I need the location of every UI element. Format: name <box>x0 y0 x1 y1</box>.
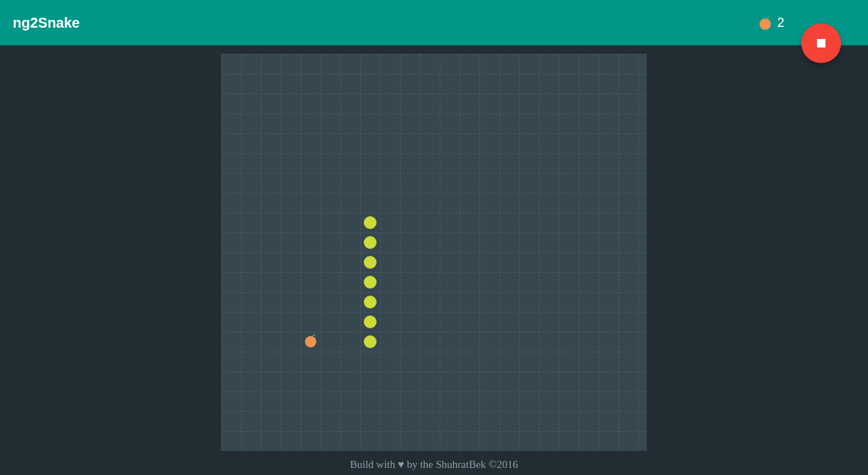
grid-line <box>221 74 647 74</box>
snake-segment <box>360 252 380 272</box>
snake-segment <box>360 332 380 352</box>
fruit-icon <box>757 15 773 30</box>
score-value: 2 <box>777 16 784 30</box>
grid-line <box>221 252 647 253</box>
svg-point-0 <box>760 18 771 30</box>
snake-segment <box>360 213 380 233</box>
grid-line <box>221 173 647 174</box>
score-display: 2 <box>757 15 784 30</box>
grid-line <box>221 391 647 392</box>
snake-segment <box>360 292 380 312</box>
footer-suffix: by the ShuhratBek ©2016 <box>404 459 518 470</box>
header: ng2Snake 2 <box>0 0 868 45</box>
grid-line <box>221 133 647 134</box>
grid-line <box>221 113 647 114</box>
grid-line <box>221 272 647 273</box>
app-title: ng2Snake <box>13 15 79 31</box>
footer: Build with ♥ by the ShuhratBek ©2016 <box>0 459 868 471</box>
grid-line <box>221 411 647 412</box>
grid-line <box>221 94 647 94</box>
grid-line <box>221 371 647 372</box>
footer-prefix: Build with <box>350 459 399 470</box>
grid-line <box>221 431 647 432</box>
grid-line <box>221 213 647 213</box>
grid-line <box>221 193 647 194</box>
grid-line <box>221 54 647 55</box>
stop-button[interactable] <box>801 23 841 63</box>
snake-segment <box>360 312 380 332</box>
stop-icon <box>817 39 825 48</box>
svg-point-1 <box>305 336 316 347</box>
grid-line <box>221 153 647 154</box>
grid-line <box>221 312 647 313</box>
grid-line <box>221 233 647 233</box>
heart-icon: ♥ <box>398 459 404 470</box>
fruit <box>301 332 321 352</box>
snake-segment <box>360 272 380 292</box>
grid-line <box>221 332 647 332</box>
grid-line <box>221 292 647 293</box>
game-board[interactable] <box>221 54 647 451</box>
snake-segment <box>360 233 380 252</box>
grid-line <box>221 352 647 352</box>
